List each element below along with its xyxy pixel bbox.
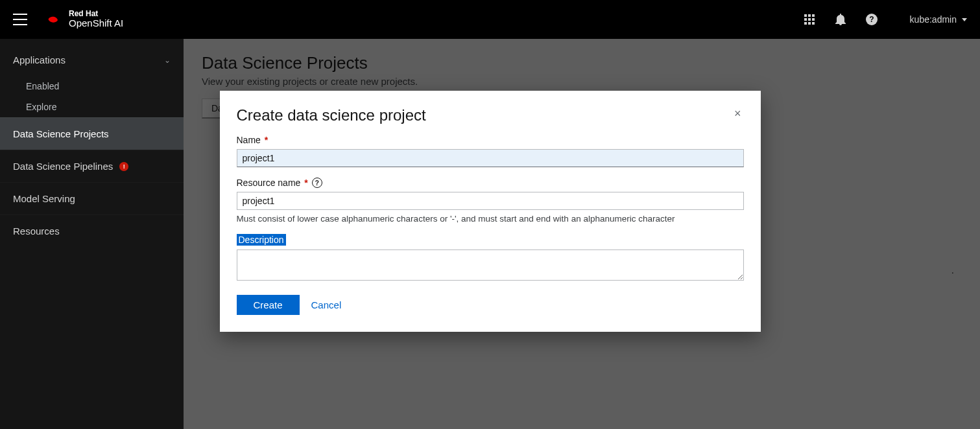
brand-line2: OpenShift AI [69, 18, 123, 29]
nav-data-science-pipelines[interactable]: Data Science Pipelines ! [0, 150, 184, 182]
description-label: Description [237, 234, 286, 246]
svg-text:?: ? [869, 15, 874, 24]
notifications-icon[interactable] [835, 14, 846, 25]
chevron-down-icon: ⌄ [164, 56, 171, 65]
nav-model-serving-label: Model Serving [13, 193, 75, 204]
brand-text: Red Hat OpenShift AI [69, 10, 123, 29]
required-indicator-icon: * [265, 135, 268, 145]
name-label-text: Name [237, 135, 261, 145]
resource-name-label-text: Resource name [237, 178, 301, 188]
brand: Red Hat OpenShift AI [45, 10, 123, 29]
nav-enabled[interactable]: Enabled [0, 76, 184, 97]
masthead-tools: ? kube:admin [804, 14, 967, 25]
required-indicator-icon: * [304, 178, 307, 188]
masthead: Red Hat OpenShift AI ? kube:admin [0, 0, 980, 39]
cancel-button[interactable]: Cancel [311, 299, 342, 310]
resource-name-label: Resource name * ? [237, 178, 744, 188]
nav-explore[interactable]: Explore [0, 97, 184, 117]
app-launcher-icon[interactable] [804, 14, 815, 25]
nav-resources-label: Resources [13, 226, 60, 237]
caret-down-icon [962, 18, 967, 21]
nav-data-science-projects[interactable]: Data Science Projects [0, 117, 184, 150]
resource-name-input[interactable] [237, 192, 744, 210]
description-input[interactable] [237, 249, 744, 281]
nav-pipelines-label: Data Science Pipelines [13, 161, 113, 172]
sidebar: Applications ⌄ Enabled Explore Data Scie… [0, 39, 184, 429]
help-icon[interactable]: ? [312, 178, 322, 188]
resource-name-helper: Must consist of lower case alphanumeric … [237, 214, 744, 224]
create-project-modal: Create data science project × Name * Res… [220, 91, 761, 332]
nav-model-serving[interactable]: Model Serving [0, 182, 184, 214]
nav-applications-label: Applications [13, 54, 66, 65]
user-name: kube:admin [910, 14, 957, 25]
nav-projects-label: Data Science Projects [13, 128, 109, 139]
nav-resources[interactable]: Resources [0, 214, 184, 247]
user-menu[interactable]: kube:admin [910, 14, 967, 25]
name-label: Name * [237, 135, 744, 145]
close-icon[interactable]: × [732, 106, 744, 121]
menu-toggle-icon[interactable] [13, 14, 27, 25]
nav-applications[interactable]: Applications ⌄ [0, 44, 184, 76]
help-icon[interactable]: ? [866, 14, 878, 25]
pipelines-alert-badge-icon: ! [119, 162, 128, 171]
redhat-logo-icon [45, 11, 62, 28]
create-button[interactable]: Create [237, 295, 300, 315]
name-input[interactable] [237, 149, 744, 167]
modal-title: Create data science project [237, 106, 426, 124]
